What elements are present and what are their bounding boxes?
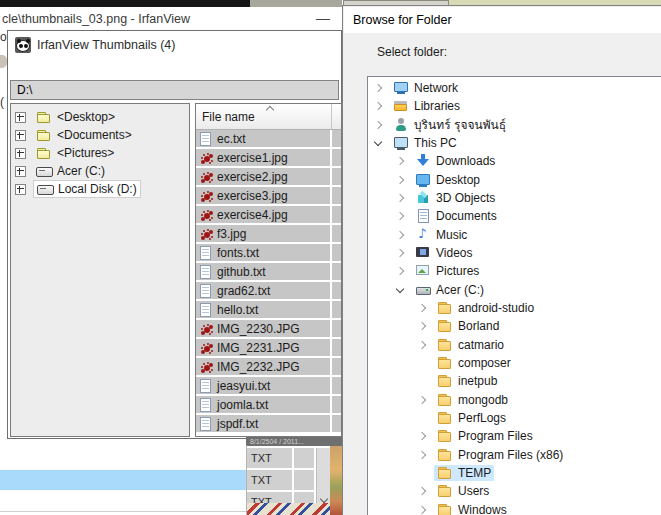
folder-tree-row[interactable]: composer <box>368 354 661 372</box>
chevron-icon[interactable] <box>416 467 428 479</box>
folder-tree-row[interactable]: TEMP <box>368 464 661 482</box>
plus-expander-icon[interactable] <box>15 148 26 159</box>
minimize-icon[interactable]: — <box>316 10 330 26</box>
file-row[interactable]: hello.txt <box>196 301 341 318</box>
folder-tree-row[interactable]: Videos <box>368 244 661 262</box>
folder-tree-row[interactable]: This PC <box>368 134 661 152</box>
folder-tree-row[interactable]: Local Disk (D:) <box>11 180 189 198</box>
txt-type-cell: TXT <box>246 470 292 490</box>
file-row[interactable]: exercise2.jpg <box>196 168 341 185</box>
jpg-icon <box>199 321 213 336</box>
context-menu-item[interactable] <box>0 470 246 490</box>
context-menu-item[interactable] <box>0 450 246 470</box>
context-menu-item[interactable] <box>0 490 246 510</box>
chevron-icon[interactable] <box>416 302 428 314</box>
chevron-icon[interactable] <box>372 100 384 112</box>
folder-tree-row[interactable]: <Documents> <box>11 126 189 144</box>
file-list-header[interactable]: File name <box>196 104 341 130</box>
folder-tree-row[interactable]: android-studio <box>368 299 661 317</box>
chevron-icon[interactable] <box>394 284 406 296</box>
file-row[interactable]: jeasyui.txt <box>196 377 341 394</box>
txt-icon <box>199 131 213 146</box>
folder-icon <box>437 428 453 444</box>
folder-tree-row[interactable]: Downloads <box>368 152 661 170</box>
folder-tree-row[interactable]: inetpub <box>368 372 661 390</box>
chevron-icon[interactable] <box>394 229 406 241</box>
chevron-icon[interactable] <box>416 412 428 424</box>
videos-icon <box>415 245 431 261</box>
file-row[interactable]: joomla.txt <box>196 396 341 413</box>
txt-icon <box>199 416 213 431</box>
folder-tree-row[interactable]: Music <box>368 226 661 244</box>
folder-tree-row[interactable]: บุรินทร์ รุจจนพันธุ์ <box>368 116 661 134</box>
thumbnails-titlebar[interactable]: IrfanView Thumbnails (4) <box>9 32 340 58</box>
folder-tree-row[interactable]: <Desktop> <box>11 108 189 126</box>
chevron-icon[interactable] <box>416 449 428 461</box>
dialog-title[interactable]: Browse for Folder <box>344 7 661 33</box>
folder-tree-row[interactable]: Acer (C:) <box>368 281 661 299</box>
downloads-icon <box>415 153 431 169</box>
folder-tree-row[interactable]: mongodb <box>368 391 661 409</box>
folder-tree-row[interactable]: Pictures <box>368 262 661 280</box>
folder-tree-row[interactable]: catmario <box>368 336 661 354</box>
folder-tree-row[interactable]: Windows <box>368 501 661 515</box>
chevron-icon[interactable] <box>394 174 406 186</box>
chevron-icon[interactable] <box>394 210 406 222</box>
date-fragment: 8/1/2504 / 2011... <box>246 437 342 446</box>
folder-tree-row[interactable]: Documents <box>368 207 661 225</box>
file-row[interactable]: IMG_2230.JPG <box>196 320 341 337</box>
file-row[interactable]: exercise4.jpg <box>196 206 341 223</box>
chevron-icon[interactable] <box>416 339 428 351</box>
file-row[interactable]: f3.jpg <box>196 225 341 242</box>
folder-tree-row[interactable]: Program Files <box>368 427 661 445</box>
plus-expander-icon[interactable] <box>15 184 26 195</box>
plus-expander-icon[interactable] <box>15 112 26 123</box>
chevron-icon[interactable] <box>416 430 428 442</box>
chevron-icon[interactable] <box>372 82 384 94</box>
chevron-icon[interactable] <box>372 137 384 149</box>
column-header-file-name[interactable]: File name <box>202 110 255 124</box>
folder-icon <box>437 447 453 463</box>
chevron-icon[interactable] <box>416 320 428 332</box>
file-row[interactable]: IMG_2232.JPG <box>196 358 341 375</box>
folder-tree-row[interactable]: 3D Objects <box>368 189 661 207</box>
plus-expander-icon[interactable] <box>15 166 26 177</box>
jpg-icon <box>199 207 213 222</box>
chevron-icon[interactable] <box>394 155 406 167</box>
chevron-icon[interactable] <box>416 394 428 406</box>
txt-grid-row: TXT <box>246 470 316 490</box>
photo-thumbnail-fragment <box>246 503 330 515</box>
folder-tree-row[interactable]: Users <box>368 482 661 500</box>
chevron-icon[interactable] <box>416 485 428 497</box>
file-row[interactable]: exercise3.jpg <box>196 187 341 204</box>
file-row[interactable]: ec.txt <box>196 130 341 147</box>
file-row[interactable]: fonts.txt <box>196 244 341 261</box>
address-bar[interactable]: D:\ <box>10 80 339 100</box>
folder-tree-row[interactable]: Libraries <box>368 97 661 115</box>
plus-expander-icon[interactable] <box>15 130 26 141</box>
folder-tree-row[interactable]: Network <box>368 79 661 97</box>
folder-tree-row[interactable]: PerfLogs <box>368 409 661 427</box>
file-row[interactable]: github.txt <box>196 263 341 280</box>
chevron-icon[interactable] <box>394 247 406 259</box>
chevron-icon[interactable] <box>416 504 428 515</box>
folder-tree-row[interactable]: Borland <box>368 317 661 335</box>
folder-tree-row[interactable]: <Pictures> <box>11 144 189 162</box>
chevron-down-icon[interactable] <box>320 496 327 503</box>
folder-icon <box>437 483 453 499</box>
user-icon <box>393 117 409 133</box>
column-divider[interactable] <box>331 104 332 129</box>
chevron-icon[interactable] <box>416 357 428 369</box>
folder-tree-row[interactable]: Desktop <box>368 171 661 189</box>
folder-tree-row[interactable]: Program Files (x86) <box>368 446 661 464</box>
folder-tree-row[interactable]: Acer (C:) <box>11 162 189 180</box>
file-row[interactable]: exercise1.jpg <box>196 149 341 166</box>
chevron-icon[interactable] <box>372 119 384 131</box>
file-row[interactable]: grad62.txt <box>196 282 341 299</box>
file-row[interactable]: jspdf.txt <box>196 415 341 432</box>
chevron-icon[interactable] <box>394 192 406 204</box>
file-row[interactable]: IMG_2231.JPG <box>196 339 341 356</box>
chevron-icon[interactable] <box>394 265 406 277</box>
pc-icon <box>393 135 409 151</box>
chevron-icon[interactable] <box>416 375 428 387</box>
